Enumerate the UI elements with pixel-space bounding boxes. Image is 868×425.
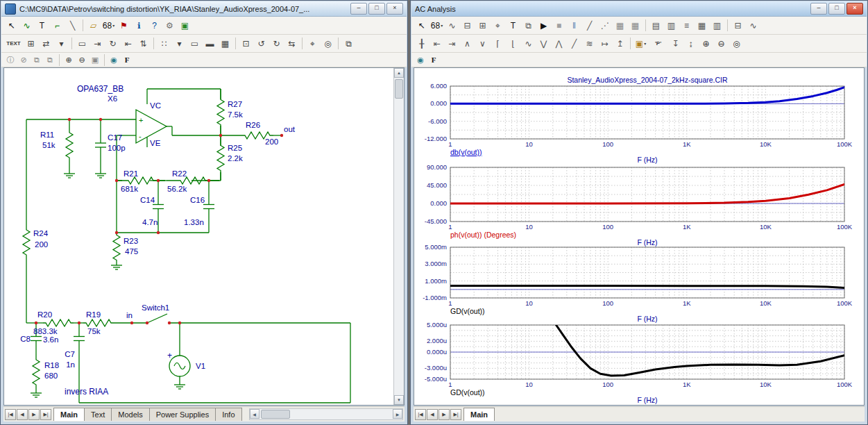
redo-button[interactable]: ↻: [269, 36, 284, 51]
border-display-button[interactable]: ▭: [187, 36, 202, 51]
dropdown-caret-icon[interactable]: ▾: [441, 23, 443, 28]
gd1-signal-label[interactable]: GD(v(out)): [450, 307, 485, 315]
inflection-button[interactable]: ∿: [521, 36, 536, 51]
component-r23[interactable]: [113, 233, 120, 262]
to-back-button[interactable]: ⇤: [121, 36, 135, 51]
grid-dots-button[interactable]: ∷: [157, 36, 171, 51]
plot-gd2[interactable]: 5.000u2.000u0.000u-3.000u-5.000u1101001K…: [425, 321, 853, 404]
pause-button[interactable]: ‖: [567, 18, 581, 33]
stop-button[interactable]: ■: [552, 18, 566, 33]
component-r22[interactable]: [167, 177, 219, 184]
font-button[interactable]: F: [427, 54, 440, 66]
next-left-button[interactable]: ⇤: [429, 36, 444, 51]
schematic-hscrollbar[interactable]: ◀ ▶: [249, 408, 403, 420]
scroll-left-button[interactable]: ◀: [250, 409, 259, 419]
box-tool-button[interactable]: ▭: [75, 36, 90, 51]
help-globe-button[interactable]: ◉: [414, 54, 427, 66]
component-r19[interactable]: [83, 319, 114, 326]
help-mode-button[interactable]: ?: [147, 18, 162, 33]
cursor-mode-button[interactable]: ╂: [414, 36, 429, 51]
zoom-window-button[interactable]: ◎: [729, 36, 744, 51]
rotate-button[interactable]: ↻: [105, 36, 120, 51]
low-button[interactable]: ⌊: [506, 36, 520, 51]
graphics-tool[interactable]: ▱: [86, 18, 101, 33]
scroll-first-button[interactable]: |◀: [415, 409, 426, 420]
data-points-button[interactable]: ▦: [613, 18, 627, 33]
cursor-line-button[interactable]: ╱: [582, 18, 597, 33]
component-r18[interactable]: [33, 354, 40, 390]
wave-op-button[interactable]: ≋: [582, 36, 597, 51]
attributes-button[interactable]: ⊞: [24, 36, 38, 51]
scroll-first-button[interactable]: |◀: [5, 409, 16, 420]
ph-signal-label[interactable]: ph(v(out)) (Degrees): [450, 231, 516, 239]
tab-power-supplies[interactable]: Power Supplies: [149, 408, 216, 421]
high-button[interactable]: ⌈: [491, 36, 505, 51]
plot-db[interactable]: 6.0000.000-6.000-12.0001101001K10K100KSt…: [425, 76, 853, 164]
vertical-tag-button[interactable]: ⊞: [475, 18, 490, 33]
left-titlebar[interactable]: C:\MC9\DATA\Petrov\switching distortion\…: [1, 1, 407, 17]
component-r11[interactable]: [66, 119, 73, 171]
go-to-x-button[interactable]: ↦: [597, 36, 612, 51]
next-right-button[interactable]: ⇥: [445, 36, 459, 51]
scroll-prev-button[interactable]: ◀: [17, 409, 28, 420]
step-cycle-button[interactable]: ⇆: [284, 36, 299, 51]
restore-button[interactable]: □: [368, 3, 385, 15]
dropdown-caret-icon[interactable]: ▾: [644, 41, 646, 46]
panel-cols-button[interactable]: ▥: [710, 18, 724, 33]
panel-grid-button[interactable]: ▦: [695, 18, 709, 33]
waveform-select-button[interactable]: ∿: [445, 18, 459, 33]
zoom-in-button[interactable]: ⊕: [62, 54, 75, 66]
tab-info[interactable]: Info: [215, 408, 241, 421]
find-next-button[interactable]: ◎: [321, 36, 335, 51]
gears-button[interactable]: ⚙: [162, 18, 177, 33]
title-block-button[interactable]: ▬: [203, 36, 217, 51]
component-r25[interactable]: [217, 135, 224, 181]
help-globe-button[interactable]: ◉: [108, 54, 120, 66]
global-high-button[interactable]: ⋀: [552, 36, 566, 51]
line-tool[interactable]: ╲: [65, 18, 80, 33]
component-v1[interactable]: [169, 356, 190, 376]
flag-tool[interactable]: ⚑: [117, 18, 131, 33]
tag-point-button[interactable]: ⌖: [491, 18, 505, 33]
tab-models[interactable]: Models: [111, 408, 149, 421]
text-tool[interactable]: T: [35, 18, 49, 33]
hscroll-thumb[interactable]: [261, 410, 290, 419]
valley-button[interactable]: ∨: [475, 36, 490, 51]
zoom-select-button[interactable]: ⊡: [239, 36, 253, 51]
picture-button[interactable]: ▣: [178, 18, 192, 33]
component-c16[interactable]: [203, 181, 214, 233]
global-low-button[interactable]: ⋁: [536, 36, 551, 51]
performance-button[interactable]: 'P': [649, 36, 667, 51]
scroll-prev-button[interactable]: ◀: [427, 409, 438, 420]
component-switch1[interactable]: [147, 314, 167, 323]
flip-y-button[interactable]: ⇅: [136, 36, 151, 51]
go-to-y-button[interactable]: ↥: [613, 36, 627, 51]
clipboard-button[interactable]: ⧉: [521, 18, 536, 33]
tab-main[interactable]: Main: [53, 408, 85, 421]
run-button[interactable]: ▶: [536, 18, 551, 33]
scroll-next-button[interactable]: ▶: [28, 409, 40, 420]
scroll-last-button[interactable]: ▶|: [450, 409, 461, 420]
to-front-button[interactable]: ⇥: [90, 36, 105, 51]
copy-back-button[interactable]: ⧉: [44, 54, 56, 66]
copy-front-button[interactable]: ⧉: [31, 54, 43, 66]
schematic-vscrollbar[interactable]: ▲ ▼: [393, 68, 404, 405]
grid-squares-button[interactable]: ▦: [628, 18, 643, 33]
hscroll-track[interactable]: [259, 409, 393, 419]
smooth-curve-button[interactable]: ∿: [746, 18, 760, 33]
one-plot-button[interactable]: ⊟: [731, 18, 745, 33]
x-limit-button[interactable]: ↧: [668, 36, 683, 51]
horizontal-tag-button[interactable]: ⊟: [460, 18, 475, 33]
zoom-out-button[interactable]: ⊖: [714, 36, 729, 51]
gd2-signal-label[interactable]: GD(v(out)): [450, 388, 485, 397]
select-tool[interactable]: ↖: [414, 18, 429, 33]
scroll-right-button[interactable]: ▶: [393, 409, 402, 419]
vscroll-thumb[interactable]: [395, 79, 403, 99]
text-tool[interactable]: T: [506, 18, 520, 33]
zoom-in-button[interactable]: ⊕: [699, 36, 713, 51]
vscroll-track[interactable]: [394, 78, 404, 395]
find-button[interactable]: ⌖: [305, 36, 320, 51]
tab-main[interactable]: Main: [463, 408, 495, 421]
panel-list-button[interactable]: ≡: [679, 18, 694, 33]
info-mode-button[interactable]: ℹ: [132, 18, 146, 33]
